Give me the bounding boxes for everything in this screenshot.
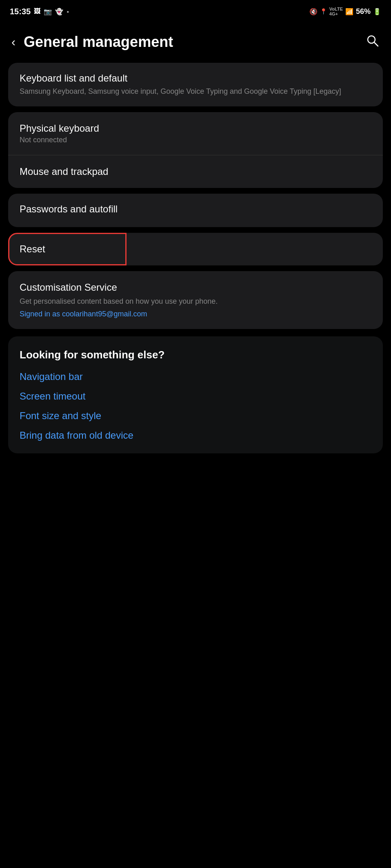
location-icon: 📍 [320,8,327,15]
volte-icon: VoLTE4G+ [329,7,343,16]
mouse-trackpad-item[interactable]: Mouse and trackpad [8,155,383,188]
svg-line-1 [374,42,378,46]
reset-title: Reset [20,243,371,255]
photo-icon: 🖼 [34,8,40,15]
mouse-trackpad-title: Mouse and trackpad [20,166,371,177]
dot-icon: ● [67,9,69,14]
customisation-title: Customisation Service [20,282,371,293]
header-left: ‹ General management [11,33,173,51]
main-content: Keyboard list and default Samsung Keyboa… [0,59,391,457]
bring-data-link[interactable]: Bring data from old device [20,430,371,441]
status-time: 15:35 [10,7,31,16]
snapchat-icon: 👻 [55,8,63,15]
keyboard-list-subtitle: Samsung Keyboard, Samsung voice input, G… [20,86,371,97]
physical-keyboard-item[interactable]: Physical keyboard Not connected [8,112,383,155]
passwords-autofill-title: Passwords and autofill [20,203,371,215]
navigation-bar-link[interactable]: Navigation bar [20,371,371,382]
battery-icon: 🔋 [373,8,381,15]
physical-keyboard-title: Physical keyboard [20,123,371,134]
customisation-signed-in: Signed in as coolarihant95@gmail.com [20,310,371,318]
keyboard-list-card[interactable]: Keyboard list and default Samsung Keyboa… [8,63,383,106]
font-size-style-link[interactable]: Font size and style [20,410,371,422]
signal-icon: 📶 [345,8,353,15]
looking-for-section: Looking for something else? Navigation b… [8,336,383,453]
customisation-service-card[interactable]: Customisation Service Get personalised c… [8,271,383,329]
page-title: General management [24,33,173,51]
status-bar-right: 🔇 📍 VoLTE4G+ 📶 56% 🔋 [309,7,381,16]
status-bar-left: 15:35 🖼 📷 👻 ● [10,7,69,16]
back-button[interactable]: ‹ [11,35,16,49]
header: ‹ General management [0,25,391,59]
mute-icon: 🔇 [309,8,318,15]
looking-title: Looking for something else? [20,349,371,361]
customisation-description: Get personalised content based on how yo… [20,296,371,307]
screen-timeout-link[interactable]: Screen timeout [20,391,371,402]
instagram-icon: 📷 [44,8,52,15]
reset-card[interactable]: Reset [8,233,383,265]
input-devices-card: Physical keyboard Not connected Mouse an… [8,112,383,188]
keyboard-list-title: Keyboard list and default [20,73,371,84]
passwords-autofill-card[interactable]: Passwords and autofill [8,194,383,227]
physical-keyboard-subtitle: Not connected [20,136,371,144]
status-bar: 15:35 🖼 📷 👻 ● 🔇 📍 VoLTE4G+ 📶 56% 🔋 [0,0,391,21]
battery-percent: 56% [356,7,371,16]
search-button[interactable] [366,34,380,51]
